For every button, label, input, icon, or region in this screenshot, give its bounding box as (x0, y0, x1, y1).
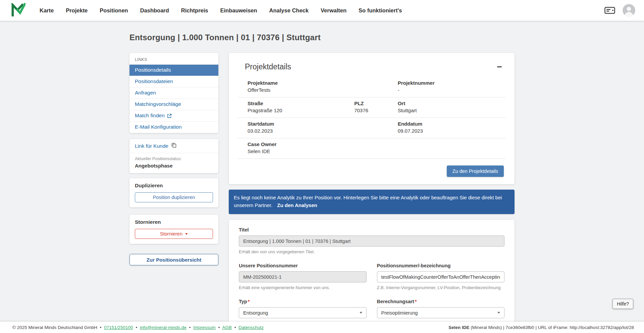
detail-row: Startdatum 03.02.2023 Enddatum 09.07.202… (237, 118, 506, 138)
analytics-banner: Es liegt noch keine Analytik zu Ihrer Po… (229, 190, 515, 214)
nav-verwalten[interactable]: Verwalten (321, 7, 346, 14)
position-status-block: Aktueller Positionsstatus: Angebotsphase (129, 153, 218, 173)
typ-select[interactable]: Entsorgung (239, 307, 367, 318)
cancel-header: Stornieren (135, 219, 213, 225)
links-card: LINKS Positionsdetails Positionsdateien … (129, 53, 218, 133)
titel-field: Titel Erhält den von uns vorgegebenen Ti… (239, 227, 504, 254)
page-content: Entsorgung | 1.000 Tonnen | 01 | 70376 |… (129, 21, 515, 333)
separator-dot: • (218, 325, 220, 330)
nav-karte[interactable]: Karte (40, 7, 54, 14)
titel-label: Titel (239, 227, 504, 232)
session-info: (Mineral Minds) | 7ce360e83fb0 | URL of … (469, 325, 634, 330)
top-navbar: Karte Projekte Positionen Dashboard Rich… (0, 0, 644, 21)
positionsbezeichnung-input[interactable] (377, 271, 505, 282)
nav-so-funktionierts[interactable]: So funktioniert's (359, 7, 402, 14)
separator-dot: • (100, 325, 102, 330)
field-value: 70376 (354, 108, 398, 113)
banner-text: Es liegt noch keine Analytik zu Ihrer Po… (234, 195, 502, 208)
titel-input (239, 236, 504, 247)
sidebar-item-positionsdateien[interactable]: Positionsdateien (129, 76, 218, 87)
field-value: 03.02.2023 (248, 128, 354, 134)
agb-link[interactable]: AGB (222, 325, 232, 330)
status-card: Link für Kunde Aktueller Positionsstatus… (129, 139, 218, 173)
analyses-link[interactable]: Zu den Analysen (277, 202, 317, 208)
links-header: LINKS (129, 53, 218, 64)
position-form-card: Titel Erhält den von uns vorgegebenen Ti… (229, 220, 515, 333)
unsere-positionsnummer-label: Unsere Positionsnummer (239, 263, 367, 268)
project-details-button[interactable]: Zu den Projektdetails (447, 165, 504, 177)
field-label: Case Owner (248, 141, 354, 147)
sidebar-item-matchingvorschlaege[interactable]: Matchingvorschläge (129, 98, 218, 110)
user-avatar[interactable] (623, 4, 635, 17)
field-label: Projektnummer (398, 80, 496, 86)
field-value: - (398, 87, 496, 93)
cancel-dropdown-button[interactable]: Stornieren (135, 229, 213, 239)
customer-link-label: Link für Kunde (135, 143, 168, 149)
sidebar-item-label: Match finden (135, 113, 165, 119)
nav-einbauweisen[interactable]: Einbauweisen (220, 7, 257, 14)
main-column: Projektdetails Projektname OfferTests Pr… (229, 53, 515, 333)
status-label: Aktueller Positionsstatus: (135, 156, 213, 161)
typ-label: Typ* (239, 299, 367, 304)
project-details-heading: Projektdetails (245, 62, 291, 71)
sidebar-item-email-konfiguration[interactable]: E-Mail Konfiguration (129, 121, 218, 133)
nav-analyse-check[interactable]: Analyse Check (269, 7, 309, 14)
help-button[interactable]: Hilfe? (612, 299, 633, 309)
footer-right: Selen IDE (Mineral Minds) | 7ce360e83fb0… (448, 325, 634, 330)
field-label: Startdatum (248, 121, 354, 127)
nav-projekte[interactable]: Projekte (66, 7, 88, 14)
nav-dashboard[interactable]: Dashboard (140, 7, 169, 14)
positionsbezeichnung-field: Positionsnummer/-bezeichnung Z.B. Intern… (377, 263, 505, 290)
duplicate-header: Duplizieren (135, 183, 213, 189)
nav-positionen[interactable]: Positionen (100, 7, 128, 14)
left-sidebar: LINKS Positionsdetails Positionsdateien … (129, 53, 218, 265)
separator-dot: • (189, 325, 191, 330)
unsere-positionsnummer-field: Unsere Positionsnummer Erhält eine syste… (239, 263, 367, 290)
berechnungsart-select[interactable]: Preisoptimierung (377, 307, 505, 318)
sidebar-item-label: Positionsdetails (135, 67, 171, 73)
footer-left: © 2025 Mineral Minds Deutschland GmbH • … (12, 325, 264, 330)
position-overview-button[interactable]: Zur Positionsübersicht (129, 254, 218, 265)
unsere-positionsnummer-input (239, 271, 367, 282)
main-nav: Karte Projekte Positionen Dashboard Rich… (40, 7, 402, 14)
positionsbezeichnung-helper: Z.B. Interne-Vorgangsnummer, LV-Position… (377, 285, 505, 290)
cancel-card: Stornieren Stornieren (129, 215, 218, 244)
field-value: Pragstraße 120 (248, 108, 354, 113)
typ-select-value: Entsorgung (243, 310, 268, 316)
berechnungsart-select-value: Preisoptimierung (381, 310, 418, 316)
field-value: Stuttgart (398, 108, 496, 113)
sidebar-item-label: Positionsdateien (135, 78, 173, 84)
sidebar-item-positionsdetails[interactable]: Positionsdetails (129, 64, 218, 76)
cancel-button-label: Stornieren (160, 231, 182, 237)
server-icon[interactable] (604, 6, 615, 15)
datenschutz-link[interactable]: Datenschutz (238, 325, 264, 330)
impressum-link[interactable]: Impressum (193, 325, 216, 330)
brand-logo[interactable] (11, 3, 25, 18)
titel-helper: Erhält den von uns vorgegebenen Titel. (239, 249, 504, 254)
field-label: Projektname (248, 80, 354, 86)
collapse-button[interactable] (494, 62, 504, 72)
duplicate-position-button[interactable]: Position duplizieren (135, 192, 213, 202)
sidebar-item-label: E-Mail Konfiguration (135, 124, 182, 130)
unsere-positionsnummer-helper: Erhält eine systemgenerierte Nummer von … (239, 285, 367, 290)
chevron-down-icon (185, 233, 188, 235)
session-user: Selen IDE (448, 325, 469, 330)
customer-link[interactable]: Link für Kunde (129, 139, 218, 153)
page-title: Entsorgung | 1.000 Tonnen | 01 | 70376 |… (129, 33, 515, 42)
sidebar-item-anfragen[interactable]: Anfragen (129, 87, 218, 98)
typ-label-text: Typ (239, 299, 247, 304)
detail-row: Case Owner Selen IDE (237, 138, 506, 159)
field-value: OfferTests (248, 87, 354, 93)
copyright-text: © 2025 Mineral Minds Deutschland GmbH (12, 325, 97, 330)
field-label: PLZ (354, 101, 398, 106)
navbar-right (604, 4, 635, 17)
field-value: 09.07.2023 (398, 128, 496, 134)
email-link[interactable]: info@mineral-minds.de (140, 325, 186, 330)
field-value: Selen IDE (248, 148, 354, 154)
sidebar-item-match-finden[interactable]: Match finden (129, 110, 218, 121)
copy-icon (171, 143, 176, 149)
phone-link[interactable]: 07151/250100 (104, 325, 133, 330)
nav-richtpreis[interactable]: Richtpreis (181, 7, 208, 14)
chevron-down-icon (497, 312, 500, 314)
sidebar-item-label: Matchingvorschläge (135, 101, 181, 107)
